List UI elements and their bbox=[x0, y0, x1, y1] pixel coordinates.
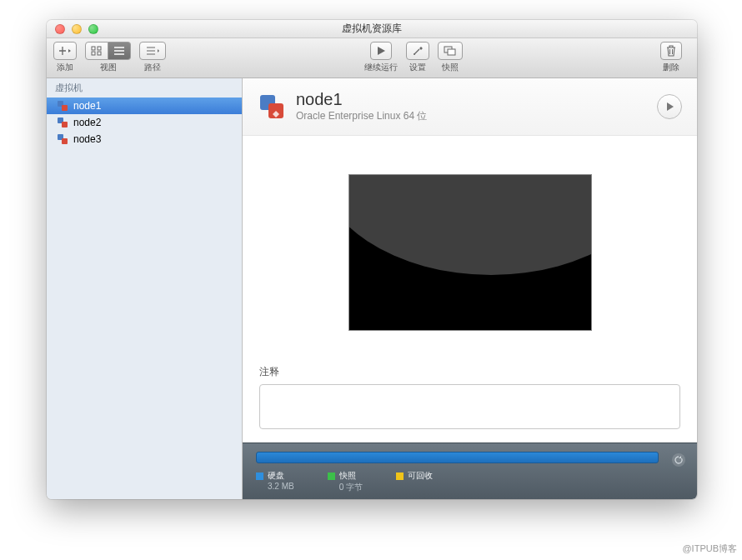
toolbar-label-settings: 设置 bbox=[409, 62, 426, 73]
view-grid-button[interactable] bbox=[85, 42, 108, 60]
legend-color-icon bbox=[328, 472, 335, 480]
storage-bar bbox=[256, 452, 659, 463]
svg-point-4 bbox=[414, 53, 415, 55]
delete-button[interactable] bbox=[660, 42, 682, 60]
svg-rect-0 bbox=[92, 47, 95, 50]
resume-button[interactable] bbox=[370, 42, 392, 60]
svg-rect-6 bbox=[448, 49, 455, 55]
app-window: 虚拟机资源库 添加 视图 bbox=[47, 20, 697, 499]
play-button[interactable] bbox=[657, 94, 682, 119]
refresh-icon[interactable] bbox=[672, 453, 685, 467]
svg-rect-10 bbox=[62, 122, 68, 128]
vm-os: Oracle Enterprise Linux 64 位 bbox=[296, 109, 427, 123]
view-list-button[interactable] bbox=[108, 42, 131, 60]
settings-button[interactable] bbox=[406, 42, 429, 60]
svg-rect-8 bbox=[62, 105, 68, 111]
toolbar-label-view: 视图 bbox=[100, 62, 117, 73]
snapshot-button[interactable] bbox=[438, 42, 463, 60]
sidebar-item-node3[interactable]: node3 bbox=[47, 131, 242, 148]
watermark: @ITPUB博客 bbox=[682, 542, 737, 555]
toolbar-label-delete: 删除 bbox=[663, 62, 679, 73]
toolbar-label-snapshot: 快照 bbox=[442, 62, 459, 73]
window-title: 虚拟机资源库 bbox=[47, 22, 697, 36]
add-button[interactable] bbox=[53, 42, 77, 60]
vm-name: node1 bbox=[296, 90, 427, 109]
sidebar-item-node1[interactable]: node1 bbox=[47, 98, 242, 114]
zoom-icon[interactable] bbox=[88, 24, 98, 34]
legend-snapshot: 快照 0 字节 bbox=[328, 470, 363, 493]
vm-icon bbox=[57, 133, 68, 145]
sidebar-header: 虚拟机 bbox=[47, 78, 242, 98]
vm-screen-preview[interactable] bbox=[348, 174, 592, 331]
svg-rect-2 bbox=[92, 52, 95, 55]
svg-rect-3 bbox=[98, 52, 101, 55]
vm-app-icon bbox=[258, 92, 286, 121]
toolbar: 添加 视图 路径 bbox=[47, 38, 697, 78]
vm-header: node1 Oracle Enterprise Linux 64 位 bbox=[243, 78, 697, 136]
legend-color-icon bbox=[256, 472, 263, 480]
sidebar-item-label: node2 bbox=[73, 117, 101, 128]
legend-color-icon bbox=[396, 472, 404, 480]
notes-input[interactable] bbox=[259, 384, 680, 429]
sidebar-item-label: node1 bbox=[73, 100, 101, 112]
sidebar-item-node2[interactable]: node2 bbox=[47, 114, 242, 131]
titlebar: 虚拟机资源库 bbox=[47, 20, 697, 38]
svg-rect-1 bbox=[98, 47, 101, 50]
legend-disk: 硬盘 3.2 MB bbox=[256, 470, 294, 493]
minimize-icon[interactable] bbox=[72, 24, 82, 34]
notes-label: 注释 bbox=[259, 365, 680, 379]
storage-footer: 硬盘 3.2 MB 快照 0 字节 可回收 bbox=[243, 442, 697, 499]
svg-rect-12 bbox=[62, 138, 68, 144]
close-icon[interactable] bbox=[55, 24, 65, 34]
toolbar-label-path: 路径 bbox=[144, 62, 161, 73]
vm-icon bbox=[57, 100, 68, 112]
toolbar-label-resume: 继续运行 bbox=[364, 62, 398, 73]
path-button[interactable] bbox=[139, 42, 166, 60]
vm-icon bbox=[57, 117, 68, 128]
toolbar-label-add: 添加 bbox=[57, 62, 73, 73]
sidebar: 虚拟机 node1 node2 node3 bbox=[47, 78, 243, 499]
main-panel: node1 Oracle Enterprise Linux 64 位 注释 bbox=[243, 78, 697, 499]
sidebar-item-label: node3 bbox=[73, 133, 101, 145]
legend-reclaimable: 可回收 bbox=[396, 470, 433, 493]
